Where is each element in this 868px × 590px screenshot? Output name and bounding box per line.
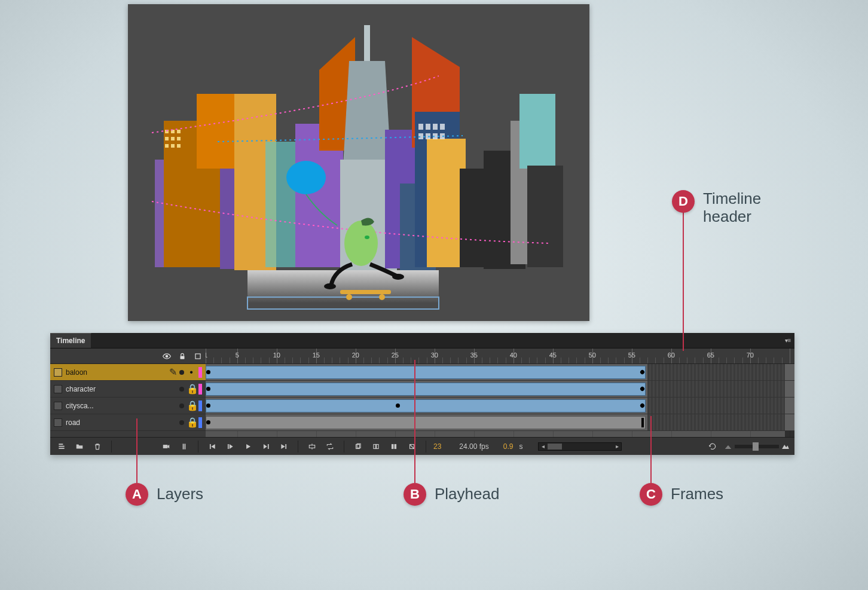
timeline-footer: 23 24.00 fps 0.9s ◂ ▸ [50, 437, 794, 455]
visibility-toggle[interactable] [179, 370, 184, 375]
layer-row[interactable]: road🔒 [50, 414, 206, 431]
frame-end [641, 418, 644, 427]
keyframe[interactable] [206, 370, 210, 374]
goto-last-frame-button[interactable] [277, 441, 291, 453]
stage-canvas [128, 4, 589, 321]
layer-color-swatch[interactable] [198, 401, 202, 411]
layer-color-swatch[interactable] [198, 417, 202, 428]
callout-d: D Timeline header [672, 190, 761, 226]
keyframe[interactable] [206, 387, 210, 391]
tracks-column[interactable] [206, 364, 794, 437]
delete-layer-button[interactable] [91, 441, 104, 453]
layer-row[interactable]: baloon✎• [50, 364, 206, 381]
step-forward-button[interactable] [259, 441, 273, 453]
panel-menu-button[interactable]: ▾≡ [781, 333, 794, 348]
svg-rect-61 [395, 444, 397, 448]
frame-span[interactable] [206, 416, 646, 429]
svg-rect-32 [177, 144, 181, 148]
timeline-horizontal-scrollbar[interactable]: ◂ ▸ [538, 442, 622, 451]
callout-badge-a: A [126, 483, 148, 506]
visibility-toggle[interactable] [179, 420, 184, 425]
layer-column-header [50, 349, 206, 363]
keyframe[interactable] [206, 403, 210, 408]
timeline-track[interactable] [206, 414, 794, 431]
callout-label-c: Frames [671, 485, 723, 503]
visibility-column-icon[interactable] [163, 352, 171, 360]
panel-tab-timeline[interactable]: Timeline [50, 333, 91, 348]
layer-row[interactable]: character🔒 [50, 381, 206, 398]
lock-toggle[interactable]: • [187, 367, 196, 378]
timeline-track[interactable] [206, 364, 794, 381]
lock-toggle[interactable]: 🔒 [187, 417, 196, 428]
svg-rect-51 [163, 445, 168, 448]
lock-toggle[interactable]: 🔒 [187, 383, 196, 395]
lock-toggle[interactable]: 🔒 [187, 400, 196, 411]
playhead[interactable] [379, 349, 380, 363]
marker-button[interactable] [178, 441, 191, 453]
svg-point-43 [324, 283, 336, 289]
svg-rect-1 [247, 270, 439, 303]
onion-skin-outlines-button[interactable] [369, 441, 383, 453]
outline-column-icon[interactable] [194, 352, 202, 360]
svg-rect-53 [185, 444, 186, 449]
callout-leader-d [683, 212, 684, 351]
svg-rect-35 [433, 124, 438, 130]
svg-rect-45 [340, 290, 391, 294]
new-layer-button[interactable] [55, 441, 68, 453]
visibility-toggle[interactable] [179, 387, 184, 392]
tween-span[interactable] [206, 399, 646, 412]
keyframe[interactable] [396, 403, 400, 408]
svg-rect-36 [440, 124, 445, 130]
callout-leader-c [650, 416, 652, 483]
svg-rect-52 [183, 444, 184, 449]
timeline-ruler[interactable]: 1510152025303540455055606570 [206, 349, 794, 363]
new-folder-button[interactable] [73, 441, 86, 453]
callout-label-d: Timeline header [703, 190, 761, 226]
callout-badge-d: D [672, 190, 695, 213]
elapsed-time-readout: 0.9 [503, 442, 514, 451]
tween-span[interactable] [206, 383, 646, 396]
step-back-button[interactable] [224, 441, 237, 453]
callout-a: A Layers [126, 483, 203, 506]
callout-label-b: Playhead [435, 485, 499, 503]
reset-zoom-button[interactable] [706, 441, 719, 453]
visibility-toggle[interactable] [179, 403, 184, 408]
layer-name[interactable]: baloon [66, 368, 167, 377]
loop-button[interactable] [323, 441, 337, 453]
svg-rect-49 [181, 356, 185, 359]
elapsed-time-unit: s [519, 442, 522, 451]
center-frame-button[interactable] [305, 441, 319, 453]
camera-button[interactable] [160, 441, 173, 453]
layer-name[interactable]: road [66, 418, 177, 427]
layers-column: baloon✎•character🔒citysca...🔒road🔒 [50, 364, 206, 437]
modify-markers-button[interactable] [405, 441, 418, 453]
lock-column-icon[interactable] [178, 352, 187, 360]
ruler-tick-label: 20 [352, 351, 359, 359]
goto-first-frame-button[interactable] [206, 441, 219, 453]
layer-name[interactable]: character [66, 385, 177, 393]
ruler-tick-label: 30 [431, 351, 438, 359]
layer-row[interactable]: citysca...🔒 [50, 398, 206, 414]
fps-readout[interactable]: 24.00 fps [459, 442, 488, 451]
tween-span[interactable] [206, 366, 646, 379]
current-frame-readout[interactable]: 23 [433, 442, 441, 451]
keyframe[interactable] [206, 420, 210, 424]
timeline-zoom-slider[interactable] [724, 442, 790, 451]
layer-color-swatch[interactable] [198, 384, 202, 395]
svg-rect-27 [165, 137, 169, 140]
callout-c: C Frames [640, 483, 723, 506]
play-button[interactable] [242, 441, 255, 453]
onion-skin-button[interactable] [352, 441, 365, 453]
ruler-tick-label: 25 [392, 351, 399, 359]
ruler-tick-label: 35 [470, 351, 478, 359]
timeline-track[interactable] [206, 381, 794, 398]
layer-color-swatch[interactable] [198, 367, 202, 378]
svg-rect-28 [171, 137, 175, 140]
layer-type-icon [54, 368, 62, 377]
svg-rect-34 [426, 124, 430, 130]
timeline-track[interactable] [206, 398, 794, 414]
edit-multiple-frames-button[interactable] [387, 441, 401, 453]
layer-name[interactable]: citysca... [66, 402, 177, 410]
svg-rect-50 [195, 353, 200, 358]
ruler-tick-label: 70 [747, 351, 754, 359]
